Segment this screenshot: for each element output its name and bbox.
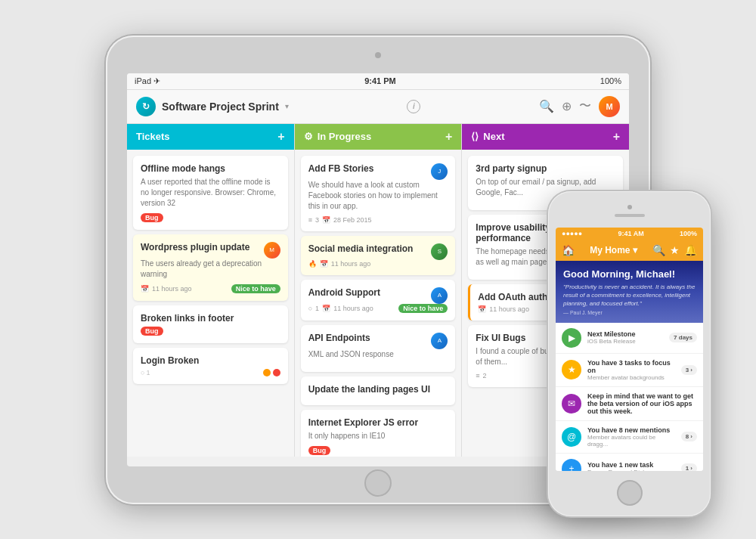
list-icon: ≡: [308, 216, 312, 224]
card-wordpress[interactable]: Wordpress plugin update M The users alre…: [133, 234, 288, 301]
card-desc: The users already get a deprecation warn…: [141, 259, 280, 280]
iphone-item-mentions[interactable]: @ You have 8 new mentions Member avatars…: [556, 421, 703, 454]
nav-left: ↻ Software Project Sprint ▾: [136, 97, 289, 116]
task-icon: +: [562, 459, 581, 471]
item-badge: 8 ›: [681, 432, 697, 441]
card-landing-pages[interactable]: Update the landing pages UI: [301, 376, 456, 405]
card-broken-links[interactable]: Broken links in footer Bug: [133, 305, 288, 343]
calendar-icon: 📅: [141, 285, 149, 293]
iphone-search-icon[interactable]: 🔍: [652, 244, 665, 256]
inprogress-label: ⚙ In Progress: [304, 131, 372, 142]
iphone-time: 9:41 AM: [618, 230, 643, 237]
card-android-support[interactable]: Android Support A ○ 1 📅 11 hours ago Nic…: [301, 280, 456, 321]
bug-badge: Bug: [141, 327, 163, 336]
activity-icon[interactable]: 〜: [579, 98, 591, 114]
iphone-nav-title[interactable]: My Home ▾: [590, 245, 637, 256]
ipad-nav-bar: ↻ Software Project Sprint ▾ i 🔍 ⊕ 〜 M: [127, 90, 629, 124]
card-offline-mode[interactable]: Offline mode hangs A user reported that …: [133, 156, 288, 230]
column-inprogress: ⚙ In Progress + Add FB Stories J We shou…: [295, 124, 463, 457]
iphone-screen: ●●●●● 9:41 AM 100% 🏠 My Home ▾ 🔍 ★ 🔔 Goo…: [556, 228, 703, 471]
item-subtitle: Member avatars could be dragg...: [587, 434, 675, 448]
bug-badge: Bug: [308, 446, 331, 455]
beta-icon: ✉: [562, 394, 581, 414]
iphone-item-task[interactable]: + You have 1 new task Person Removal Dia…: [556, 454, 703, 471]
card-api-endpoints[interactable]: API Endpoints A XML and JSON response: [301, 325, 456, 372]
ipad-status-battery: 100%: [600, 76, 621, 85]
dot-orange: [263, 369, 271, 376]
meta-count: 2: [483, 372, 487, 379]
card-footer: Bug: [141, 327, 280, 336]
hero-author: — Paul J. Meyer: [563, 310, 696, 315]
card-fb-stories[interactable]: Add FB Stories J We should have a look a…: [301, 156, 456, 231]
inprogress-title-text: In Progress: [318, 131, 372, 142]
iphone-item-milestone[interactable]: ▶ Next Milestone iOS Beta Release 7 days: [556, 323, 703, 354]
card-desc: A user reported that the offline mode is…: [141, 177, 280, 209]
item-subtitle: Member avatar backgrounds: [587, 374, 675, 381]
item-title: Next Milestone: [587, 330, 663, 338]
iphone-notification-icon[interactable]: 🔔: [684, 244, 697, 256]
card-title: Add FB Stories: [308, 163, 374, 174]
card-title: Update the landing pages UI: [308, 384, 448, 395]
iphone-home-button[interactable]: [617, 480, 643, 506]
card-avatar: M: [264, 242, 280, 259]
card-dots: [263, 369, 280, 376]
card-desc: It only happens in IE10: [308, 431, 448, 441]
search-icon[interactable]: 🔍: [539, 99, 554, 113]
iphone-speaker: [615, 214, 645, 217]
next-title-text: Next: [483, 131, 504, 142]
card-footer: Bug: [141, 213, 280, 222]
item-title: Keep in mind that we want to get the bet…: [587, 392, 697, 415]
card-footer: ○ 1: [141, 369, 280, 376]
meta-count: 3: [315, 216, 319, 224]
card-title: Internet Explorer JS error: [308, 417, 448, 428]
hero-greeting: Good Morning, Michael!: [563, 268, 696, 280]
tickets-cards: Offline mode hangs A user reported that …: [127, 150, 294, 457]
iphone-item-beta[interactable]: ✉ Keep in mind that we want to get the b…: [556, 387, 703, 421]
dot-red: [273, 369, 280, 376]
iphone-items: ▶ Next Milestone iOS Beta Release 7 days…: [556, 323, 703, 471]
item-content: Keep in mind that we want to get the bet…: [587, 392, 697, 415]
info-button[interactable]: i: [407, 100, 420, 113]
ipad-home-button[interactable]: [364, 469, 392, 497]
user-avatar[interactable]: M: [599, 96, 620, 117]
share-icon: ⟨⟩: [471, 131, 479, 142]
gear-icon: ⚙: [304, 131, 313, 142]
card-meta: 🔥 📅 11 hours ago: [308, 260, 371, 268]
meta-time: 11 hours ago: [152, 285, 192, 293]
nice-badge: Nice to have: [231, 284, 280, 293]
card-login-broken[interactable]: Login Broken ○ 1: [133, 348, 288, 384]
meta-time: 11 hours ago: [489, 305, 529, 313]
tickets-add-button[interactable]: +: [277, 130, 284, 144]
iphone-item-tasks[interactable]: ★ You have 3 tasks to focus on Member av…: [556, 354, 703, 387]
comment-count: ○ 1: [141, 369, 150, 376]
ipad-status-carrier: iPad ✈: [135, 76, 160, 86]
iphone-nav-icons: 🔍 ★ 🔔: [652, 244, 697, 256]
calendar-icon: 📅: [322, 305, 330, 312]
tasks-icon: ★: [562, 360, 581, 379]
tickets-title-text: Tickets: [136, 131, 170, 142]
nav-right: 🔍 ⊕ 〜 M: [539, 96, 620, 117]
item-title: You have 3 tasks to focus on: [587, 359, 675, 374]
meta-time: 11 hours ago: [333, 305, 373, 312]
column-tickets-header: Tickets +: [127, 124, 294, 150]
dropdown-arrow[interactable]: ▾: [285, 102, 289, 110]
next-add-button[interactable]: +: [613, 130, 620, 144]
calendar-icon: 📅: [320, 260, 328, 268]
card-meta: ≡ 3 📅 28 Feb 2015: [308, 216, 372, 224]
card-social-media[interactable]: Social media integration S 🔥 📅 11 hours …: [301, 236, 456, 275]
meta-date: 28 Feb 2015: [333, 216, 372, 224]
app-logo: ↻: [136, 97, 156, 116]
card-title: Wordpress plugin update: [141, 242, 249, 252]
bug-badge: Bug: [141, 213, 163, 222]
iphone-home-icon: 🏠: [562, 244, 575, 256]
iphone-star-icon[interactable]: ★: [670, 244, 680, 256]
ipad-camera: [375, 52, 381, 58]
iphone-nav: 🏠 My Home ▾ 🔍 ★ 🔔: [556, 240, 703, 261]
inprogress-add-button[interactable]: +: [445, 130, 452, 144]
project-title[interactable]: Software Project Sprint: [162, 101, 279, 113]
iphone-hero: Good Morning, Michael! "Productivity is …: [556, 261, 703, 323]
card-title: Android Support: [308, 287, 380, 298]
item-badge: 1 ›: [681, 463, 697, 471]
card-ie-error[interactable]: Internet Explorer JS error It only happe…: [301, 410, 456, 457]
add-icon[interactable]: ⊕: [562, 99, 572, 113]
